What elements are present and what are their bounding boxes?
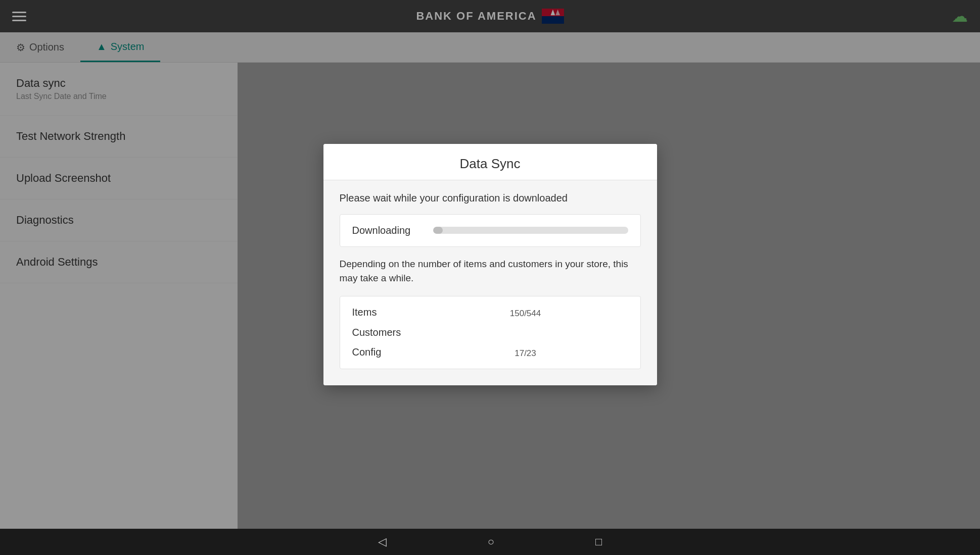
customers-progress-row: Customers [352, 327, 628, 338]
downloading-progress-fill [433, 227, 443, 234]
modal-body: Please wait while your configuration is … [323, 180, 657, 385]
modal-title: Data Sync [340, 156, 641, 172]
bottom-nav: ◁ ○ □ [0, 529, 980, 555]
progress-section: Items 150/544 Customers [340, 296, 641, 369]
back-button[interactable]: ◁ [378, 535, 387, 548]
items-progress-right: 150/544 [423, 307, 628, 319]
items-count: 150/544 [423, 309, 628, 319]
modal-wait-text: Please wait while your configuration is … [340, 192, 641, 204]
config-progress-row: Config 17/23 [352, 346, 628, 359]
modal-overlay: Data Sync Please wait while your configu… [0, 0, 980, 529]
home-button[interactable]: ○ [488, 535, 494, 548]
modal-header: Data Sync [323, 144, 657, 180]
config-label: Config [352, 346, 413, 358]
items-label: Items [352, 307, 413, 318]
modal-description: Depending on the number of items and cus… [340, 257, 641, 286]
items-progress-row: Items 150/544 [352, 307, 628, 319]
customers-label: Customers [352, 327, 413, 338]
downloading-progress-bar [433, 227, 628, 234]
downloading-label: Downloading [352, 225, 423, 236]
recents-button[interactable]: □ [595, 535, 602, 548]
data-sync-modal: Data Sync Please wait while your configu… [323, 144, 657, 385]
config-progress-right: 17/23 [423, 346, 628, 359]
downloading-section: Downloading [340, 214, 641, 247]
config-count: 17/23 [423, 348, 628, 359]
